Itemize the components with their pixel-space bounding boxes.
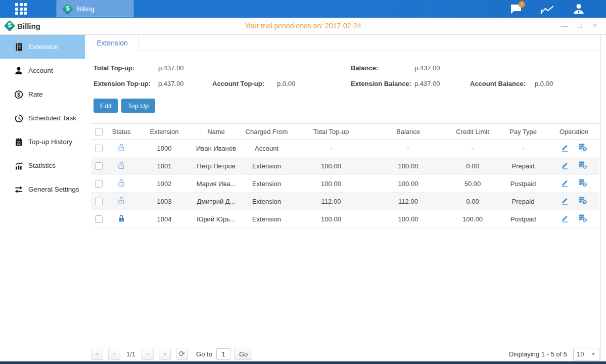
- cell-balance: 112.00: [369, 193, 447, 210]
- balance-value: p.437.00: [414, 64, 440, 72]
- edit-row-icon[interactable]: [560, 143, 571, 154]
- sidebar-item-topup-history[interactable]: Top-up History: [0, 130, 85, 154]
- statistics-icon: [14, 161, 23, 170]
- tab-extension[interactable]: Extension: [86, 35, 139, 51]
- user-account-icon[interactable]: [572, 2, 586, 16]
- row-checkbox[interactable]: [95, 180, 103, 188]
- notification-badge: !: [519, 1, 525, 8]
- billing-app-tab-label: Billing: [77, 5, 95, 13]
- table-row[interactable]: 1002 Мария Ива... Extension 100.00 100.0…: [91, 175, 599, 193]
- select-all-checkbox[interactable]: [95, 128, 103, 135]
- tab-bar: Extension: [85, 35, 601, 51]
- cell-credit-limit: 50.00: [447, 175, 498, 193]
- balance-label: Balance:: [351, 64, 378, 72]
- sidebar-label: Top-up History: [28, 138, 72, 146]
- svg-text:$: $: [584, 183, 586, 187]
- sidebar-label: General Settings: [28, 186, 79, 193]
- page-indicator: 1/1: [126, 350, 135, 358]
- sidebar-item-rate[interactable]: $ Rate: [0, 82, 85, 106]
- sidebar-item-scheduled-task[interactable]: Scheduled Task: [0, 106, 85, 130]
- row-checkbox[interactable]: [95, 162, 103, 170]
- cell-name: Иван Иванов: [192, 140, 240, 157]
- row-checkbox[interactable]: [95, 215, 103, 223]
- edit-row-icon[interactable]: [560, 196, 571, 207]
- sidebar-label: Extension: [28, 43, 58, 51]
- edit-button[interactable]: Edit: [94, 99, 118, 113]
- sidebar-item-account[interactable]: Account: [0, 59, 85, 82]
- cell-credit-limit: -: [447, 140, 498, 157]
- cell-total-topup: 100.00: [293, 175, 369, 193]
- row-checkbox[interactable]: [95, 198, 103, 205]
- cell-credit-limit: 100.00: [447, 210, 498, 228]
- cell-extension: 1004: [136, 210, 192, 228]
- first-page-button[interactable]: «: [91, 348, 103, 360]
- col-status: Status: [106, 124, 136, 140]
- notepad-icon: [14, 138, 23, 147]
- table-row[interactable]: 1000 Иван Иванов Account - - - - $: [91, 140, 599, 157]
- cell-balance: 100.00: [369, 175, 447, 193]
- row-checkbox[interactable]: [95, 145, 103, 152]
- goto-page-input[interactable]: [216, 348, 230, 360]
- col-total-topup: Total Top-up: [293, 124, 369, 140]
- go-button[interactable]: Go: [235, 348, 252, 360]
- sidebar-label: Rate: [28, 90, 43, 98]
- maximize-icon[interactable]: □: [576, 22, 584, 30]
- cell-credit-limit: 0.00: [447, 157, 498, 175]
- cell-pay-type: Prepaid: [498, 157, 548, 175]
- cell-charged-from: Extension: [240, 175, 293, 193]
- refresh-icon[interactable]: ⟳: [176, 348, 188, 360]
- lock-closed-icon[interactable]: [117, 214, 126, 223]
- sidebar-item-statistics[interactable]: Statistics: [0, 154, 85, 177]
- cell-extension: 1002: [136, 175, 192, 193]
- top-up-button[interactable]: Top Up: [121, 99, 155, 113]
- cell-extension: 1003: [136, 193, 192, 210]
- edit-row-icon[interactable]: [560, 178, 571, 189]
- col-name: Name: [192, 124, 240, 140]
- extension-balance-value: p.437.00: [414, 80, 440, 87]
- edit-row-icon[interactable]: [560, 213, 571, 224]
- displaying-info: Displaying 1 - 5 of 5: [509, 350, 567, 358]
- resource-monitor-icon[interactable]: [540, 2, 554, 16]
- lock-open-icon[interactable]: [117, 161, 126, 170]
- cell-pay-type: -: [498, 140, 548, 157]
- close-icon[interactable]: ×: [591, 22, 599, 30]
- prev-page-button[interactable]: ‹: [108, 348, 120, 360]
- last-page-button[interactable]: »: [159, 348, 171, 360]
- cell-name: Юрий Юрь...: [192, 210, 240, 228]
- top-up-row-icon[interactable]: $: [577, 213, 588, 224]
- lock-open-icon[interactable]: [117, 178, 126, 188]
- minimize-icon[interactable]: —: [561, 22, 569, 30]
- clock-icon: [14, 114, 23, 123]
- cell-balance: 100.00: [369, 157, 447, 175]
- lock-open-icon[interactable]: [117, 196, 126, 205]
- cell-pay-type: Postpaid: [498, 210, 548, 228]
- goto-label: Go to: [196, 350, 212, 358]
- table-row[interactable]: 1001 Петр Петров Extension 100.00 100.00…: [91, 157, 599, 175]
- top-up-row-icon[interactable]: $: [577, 178, 588, 189]
- page-size-select[interactable]: 10 ▼: [573, 348, 599, 360]
- table-row[interactable]: 1004 Юрий Юрь... Extension 100.00 100.00…: [91, 210, 599, 228]
- cell-charged-from: Extension: [240, 157, 293, 175]
- sidebar-item-extension[interactable]: Extension: [0, 35, 85, 59]
- top-up-row-icon[interactable]: $: [577, 143, 588, 154]
- col-credit-limit: Credit Limit: [447, 124, 498, 140]
- sidebar-label: Scheduled Task: [28, 114, 76, 122]
- app-launcher-icon[interactable]: [15, 3, 32, 15]
- ledger-icon: [14, 42, 23, 52]
- top-up-row-icon[interactable]: $: [577, 160, 588, 171]
- billing-diamond-icon: [62, 4, 73, 15]
- svg-text:$: $: [584, 218, 586, 222]
- dollar-circle-icon: $: [14, 90, 23, 99]
- top-up-row-icon[interactable]: $: [577, 196, 588, 207]
- lock-open-icon[interactable]: [117, 143, 126, 152]
- table-row[interactable]: 1003 Дмитрий Д... Extension 112.00 112.0…: [91, 193, 599, 210]
- cell-extension: 1001: [136, 157, 192, 175]
- cell-name: Мария Ива...: [192, 175, 240, 193]
- sidebar-item-general-settings[interactable]: General Settings: [0, 177, 85, 201]
- total-topup-value: p.437.00: [158, 64, 184, 72]
- edit-row-icon[interactable]: [560, 160, 571, 171]
- notifications-icon[interactable]: !: [509, 2, 523, 16]
- billing-app-tab[interactable]: Billing: [57, 1, 133, 17]
- next-page-button[interactable]: ›: [142, 348, 154, 360]
- account-topup-value: p.0.00: [277, 80, 295, 87]
